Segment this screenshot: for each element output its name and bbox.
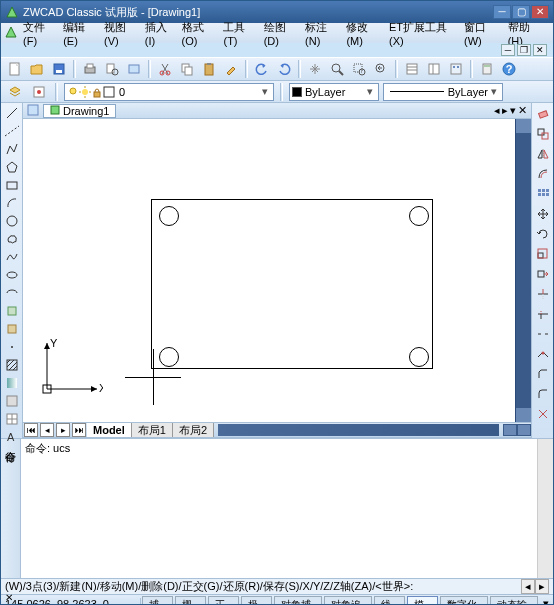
- status-otrack[interactable]: 对象追踪: [324, 596, 372, 606]
- trim-icon[interactable]: [534, 285, 552, 303]
- publish-icon[interactable]: [124, 59, 144, 79]
- zoom-prev-icon[interactable]: [371, 59, 391, 79]
- line-icon[interactable]: [3, 105, 21, 121]
- status-tablet[interactable]: 数字化仪: [440, 596, 488, 606]
- join-icon[interactable]: [534, 345, 552, 363]
- status-lwt[interactable]: 线宽: [374, 596, 405, 606]
- mdi-restore[interactable]: ❐: [517, 44, 531, 56]
- menu-draw[interactable]: 绘图(D): [264, 20, 299, 47]
- extend-icon[interactable]: [534, 305, 552, 323]
- menu-file[interactable]: 文件(F): [23, 20, 57, 47]
- tab-prev-icon[interactable]: ◂: [494, 104, 500, 117]
- tab-next-icon[interactable]: ▸: [502, 104, 508, 117]
- stretch-icon[interactable]: [534, 265, 552, 283]
- polyline-icon[interactable]: [3, 141, 21, 157]
- close-button[interactable]: ✕: [531, 5, 549, 19]
- new-icon[interactable]: [5, 59, 25, 79]
- hscroll-track[interactable]: [218, 424, 499, 436]
- mtext-icon[interactable]: A: [3, 429, 21, 445]
- menu-window[interactable]: 窗口(W): [464, 20, 502, 47]
- tool-palette-icon[interactable]: [446, 59, 466, 79]
- ellipse-icon[interactable]: [3, 267, 21, 283]
- save-icon[interactable]: [49, 59, 69, 79]
- minimize-button[interactable]: ─: [493, 5, 511, 19]
- tab-last-icon[interactable]: ⏭: [72, 423, 86, 437]
- help-icon[interactable]: ?: [499, 59, 519, 79]
- hscroll-left-icon[interactable]: [503, 424, 517, 436]
- tab-menu-icon[interactable]: ▾: [510, 104, 516, 117]
- status-menu-icon[interactable]: ▾: [539, 597, 553, 605]
- tab-prev-icon[interactable]: ◂: [40, 423, 54, 437]
- menu-format[interactable]: 格式(O): [182, 20, 218, 47]
- break-icon[interactable]: [534, 325, 552, 343]
- menu-dim[interactable]: 标注(N): [305, 20, 340, 47]
- layer-states-icon[interactable]: [29, 82, 49, 102]
- layer-dropdown[interactable]: 0 ▾: [64, 83, 274, 101]
- menu-help[interactable]: 帮助(H): [508, 20, 543, 47]
- fillet-icon[interactable]: [534, 385, 552, 403]
- status-grid[interactable]: 栅格: [175, 596, 206, 606]
- status-dyn[interactable]: 动态输入: [490, 596, 538, 606]
- zoom-realtime-icon[interactable]: [327, 59, 347, 79]
- explode-icon[interactable]: [534, 405, 552, 423]
- offset-icon[interactable]: [534, 165, 552, 183]
- status-ortho[interactable]: 正交: [208, 596, 239, 606]
- move-icon[interactable]: [534, 205, 552, 223]
- maximize-button[interactable]: ▢: [512, 5, 530, 19]
- menu-tools[interactable]: 工具(T): [223, 20, 257, 47]
- status-snap[interactable]: 捕捉: [142, 596, 173, 606]
- tab-close-icon[interactable]: ✕: [518, 104, 527, 117]
- hscroll-right-icon[interactable]: [517, 424, 531, 436]
- pan-icon[interactable]: [305, 59, 325, 79]
- menu-et[interactable]: ET扩展工具(X): [389, 20, 458, 47]
- design-center-icon[interactable]: [424, 59, 444, 79]
- status-osnap[interactable]: 对象捕捉: [274, 596, 322, 606]
- region-icon[interactable]: [3, 393, 21, 409]
- hatch-icon[interactable]: [3, 357, 21, 373]
- gradient-icon[interactable]: [3, 375, 21, 391]
- ellipse-arc-icon[interactable]: [3, 285, 21, 301]
- point-icon[interactable]: [3, 339, 21, 355]
- tab-model[interactable]: Model: [87, 423, 132, 437]
- status-model[interactable]: 模型: [407, 596, 438, 606]
- copy-obj-icon[interactable]: [534, 125, 552, 143]
- cmd-scroll-left-icon[interactable]: ◂: [521, 579, 535, 594]
- tab-next-icon[interactable]: ▸: [56, 423, 70, 437]
- drawing-canvas[interactable]: X Y: [23, 119, 515, 422]
- menu-insert[interactable]: 插入(I): [145, 20, 176, 47]
- arc-icon[interactable]: [3, 195, 21, 211]
- erase-icon[interactable]: [534, 105, 552, 123]
- redo-icon[interactable]: [274, 59, 294, 79]
- revcloud-icon[interactable]: [3, 231, 21, 247]
- spline-icon[interactable]: [3, 249, 21, 265]
- insert-block-icon[interactable]: [3, 303, 21, 319]
- open-icon[interactable]: [27, 59, 47, 79]
- menu-view[interactable]: 视图(V): [104, 20, 139, 47]
- chamfer-icon[interactable]: [534, 365, 552, 383]
- calc-icon[interactable]: [477, 59, 497, 79]
- circle-icon[interactable]: [3, 213, 21, 229]
- command-output[interactable]: 命令: ucs: [21, 439, 537, 578]
- table-icon[interactable]: [3, 411, 21, 427]
- linetype-dropdown[interactable]: ByLayer ▾: [383, 83, 503, 101]
- status-polar[interactable]: 极轴: [241, 596, 272, 606]
- make-block-icon[interactable]: [3, 321, 21, 337]
- layer-manager-icon[interactable]: [5, 82, 25, 102]
- properties-icon[interactable]: [402, 59, 422, 79]
- mirror-icon[interactable]: [534, 145, 552, 163]
- tab-layout1[interactable]: 布局1: [132, 423, 173, 437]
- tab-layout2[interactable]: 布局2: [173, 423, 214, 437]
- print-icon[interactable]: [80, 59, 100, 79]
- mdi-close[interactable]: ✕: [533, 44, 547, 56]
- menu-modify[interactable]: 修改(M): [346, 20, 383, 47]
- command-vscroll[interactable]: [537, 439, 553, 578]
- color-dropdown[interactable]: ByLayer ▾: [289, 83, 379, 101]
- copy-icon[interactable]: [177, 59, 197, 79]
- command-input[interactable]: [5, 581, 521, 593]
- rotate-icon[interactable]: [534, 225, 552, 243]
- mdi-minimize[interactable]: ─: [501, 44, 515, 56]
- document-tab[interactable]: Drawing1: [43, 104, 116, 118]
- match-prop-icon[interactable]: [221, 59, 241, 79]
- undo-icon[interactable]: [252, 59, 272, 79]
- paste-icon[interactable]: [199, 59, 219, 79]
